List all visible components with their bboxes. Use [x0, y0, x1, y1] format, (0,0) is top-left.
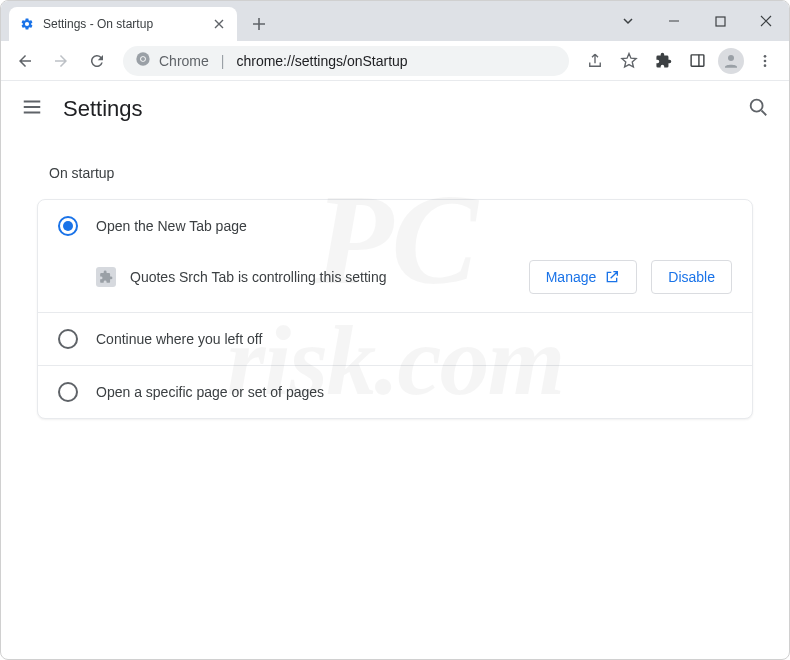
side-panel-icon[interactable]: [681, 45, 713, 77]
maximize-button[interactable]: [697, 1, 743, 41]
address-bar[interactable]: Chrome | chrome://settings/onStartup: [123, 46, 569, 76]
svg-point-9: [751, 100, 763, 112]
browser-tab[interactable]: Settings - On startup: [9, 7, 237, 41]
extensions-icon[interactable]: [647, 45, 679, 77]
extension-puzzle-icon: [96, 267, 116, 287]
omnibox-url: chrome://settings/onStartup: [236, 53, 407, 69]
page-title: Settings: [63, 96, 143, 122]
chrome-logo-icon: [135, 51, 151, 70]
manage-button[interactable]: Manage: [529, 260, 638, 294]
option-new-tab[interactable]: Open the New Tab page: [38, 200, 752, 252]
share-icon[interactable]: [579, 45, 611, 77]
manage-button-label: Manage: [546, 269, 597, 285]
settings-content: On startup Open the New Tab page Quotes …: [1, 137, 789, 431]
svg-point-5: [728, 55, 734, 61]
disable-button[interactable]: Disable: [651, 260, 732, 294]
settings-appbar: Settings: [1, 81, 789, 137]
disable-button-label: Disable: [668, 269, 715, 285]
gear-icon: [19, 16, 35, 32]
tab-title: Settings - On startup: [43, 17, 203, 31]
svg-point-8: [764, 64, 767, 67]
minimize-button[interactable]: [651, 1, 697, 41]
reload-button[interactable]: [81, 45, 113, 77]
option-continue[interactable]: Continue where you left off: [38, 312, 752, 365]
option-label: Open the New Tab page: [96, 218, 247, 234]
section-title: On startup: [49, 165, 753, 181]
back-button[interactable]: [9, 45, 41, 77]
omnibox-separator: |: [217, 53, 229, 69]
bookmark-icon[interactable]: [613, 45, 645, 77]
svg-rect-4: [691, 55, 704, 66]
forward-button[interactable]: [45, 45, 77, 77]
new-tab-button[interactable]: [245, 10, 273, 38]
option-specific-pages[interactable]: Open a specific page or set of pages: [38, 365, 752, 418]
kebab-menu-icon[interactable]: [749, 45, 781, 77]
radio-unchecked-icon[interactable]: [58, 382, 78, 402]
browser-toolbar: Chrome | chrome://settings/onStartup: [1, 41, 789, 81]
svg-point-6: [764, 55, 767, 58]
close-icon[interactable]: [211, 16, 227, 32]
option-label: Open a specific page or set of pages: [96, 384, 324, 400]
profile-avatar[interactable]: [715, 45, 747, 77]
radio-checked-icon[interactable]: [58, 216, 78, 236]
svg-point-3: [141, 57, 145, 61]
radio-unchecked-icon[interactable]: [58, 329, 78, 349]
open-external-icon: [604, 269, 620, 285]
extension-notice: Quotes Srch Tab is controlling this sett…: [38, 252, 752, 312]
extension-notice-text: Quotes Srch Tab is controlling this sett…: [130, 269, 515, 285]
svg-point-7: [764, 59, 767, 62]
search-icon[interactable]: [747, 96, 769, 122]
svg-rect-0: [716, 17, 725, 26]
hamburger-icon[interactable]: [21, 96, 43, 122]
browser-titlebar: Settings - On startup: [1, 1, 789, 41]
omnibox-scheme: Chrome: [159, 53, 209, 69]
chevron-down-icon[interactable]: [605, 1, 651, 41]
window-controls: [605, 1, 789, 41]
startup-card: Open the New Tab page Quotes Srch Tab is…: [37, 199, 753, 419]
option-label: Continue where you left off: [96, 331, 262, 347]
close-window-button[interactable]: [743, 1, 789, 41]
